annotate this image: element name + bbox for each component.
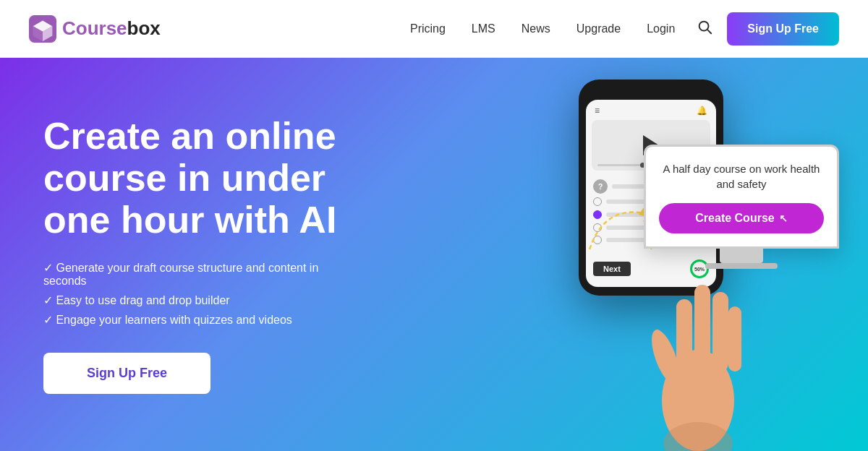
main-nav: Pricing LMS News Upgrade Login xyxy=(410,22,675,35)
nav-pricing[interactable]: Pricing xyxy=(410,22,446,35)
hand-svg xyxy=(647,198,749,451)
nav-upgrade[interactable]: Upgrade xyxy=(576,22,621,35)
header: Coursebox Pricing LMS News Upgrade Login… xyxy=(0,0,868,58)
hero-section: Create an online course in under one hou… xyxy=(0,58,868,451)
svg-rect-9 xyxy=(676,299,692,371)
hero-features: ✓ Generate your draft course structure a… xyxy=(43,261,362,327)
hand-illustration xyxy=(647,198,749,451)
svg-line-6 xyxy=(707,30,711,33)
phone-header-bar: ≡ 🔔 xyxy=(592,106,710,116)
phone-notch xyxy=(629,88,673,94)
logo-area: Coursebox xyxy=(29,15,161,43)
header-signup-button[interactable]: Sign Up Free xyxy=(727,12,839,46)
search-icon xyxy=(697,19,712,35)
search-button[interactable] xyxy=(697,19,712,38)
svg-rect-10 xyxy=(694,285,710,371)
svg-rect-12 xyxy=(728,306,741,371)
nav-login[interactable]: Login xyxy=(647,22,675,35)
hero-headline: Create an online course in under one hou… xyxy=(43,115,362,241)
monitor-prompt-text: A half day course on work health and saf… xyxy=(659,161,824,192)
hero-content: Create an online course in under one hou… xyxy=(0,79,405,431)
nav-news[interactable]: News xyxy=(522,22,550,35)
logo-icon xyxy=(29,15,56,43)
bell-icon: 🔔 xyxy=(697,106,707,116)
next-button-phone: Next xyxy=(593,262,631,276)
feature-1: ✓ Generate your draft course structure a… xyxy=(43,261,362,288)
feature-2: ✓ Easy to use drag and drop builder xyxy=(43,293,362,307)
svg-rect-11 xyxy=(712,292,728,371)
feature-3: ✓ Engage your learners with quizzes and … xyxy=(43,313,362,327)
hero-signup-button[interactable]: Sign Up Free xyxy=(43,353,210,394)
nav-lms[interactable]: LMS xyxy=(472,22,495,35)
hamburger-icon: ≡ xyxy=(595,106,600,115)
cursor-icon: ↖ xyxy=(779,212,788,224)
logo-text: Coursebox xyxy=(62,17,161,40)
